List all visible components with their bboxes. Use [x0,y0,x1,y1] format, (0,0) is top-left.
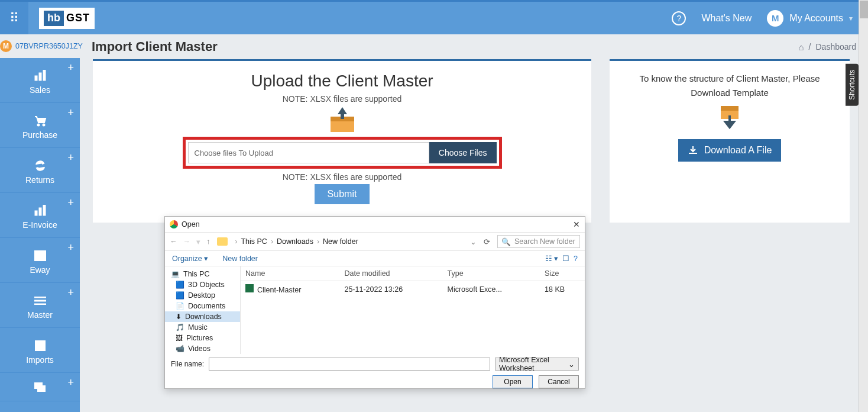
org-id-chip[interactable]: M 07BVRPR3650J1ZY [0,40,83,52]
tree-label: Music [188,323,208,331]
plus-icon[interactable]: + [67,287,74,299]
scrollbar-thumb[interactable] [860,1,868,18]
tree-icon: 🟦 [176,291,184,300]
crumb-0[interactable]: This PC [241,237,267,246]
tree-node[interactable]: 💻This PC [165,269,240,279]
file-row[interactable]: Client-Master25-11-2022 13:26Microsoft E… [241,281,585,298]
crumb-1[interactable]: Downloads [277,237,313,246]
tree-icon: 📹 [176,345,184,353]
svg-rect-0 [35,76,37,81]
sidebar-item-label: Eway [30,265,50,275]
file-type-value: Microsoft Excel Worksheet [499,356,568,372]
tree-node[interactable]: 📹Videos [165,343,240,354]
sidebar-item-purchase[interactable]: + Purchase [0,103,80,148]
column-header[interactable]: Name [241,266,339,281]
app-launcher-button[interactable]: ⠿ [0,2,28,34]
sidebar-item-returns[interactable]: + Returns [0,148,80,193]
file-upload-placeholder: Choose files To Upload [195,149,273,157]
page-title: Import Client Master [92,39,218,54]
tree-node[interactable]: ⬇Downloads [165,311,240,322]
svg-rect-5 [35,211,37,215]
whats-new-label: What's New [701,13,752,24]
dialog-search-input[interactable]: 🔍 Search New folder [497,235,580,248]
plus-icon[interactable]: + [67,242,74,254]
tree-label: 3D Objects [188,281,225,289]
tree-label: This PC [183,270,209,278]
tree-node[interactable]: 🎵Music [165,322,240,333]
vertical-scrollbar[interactable] [859,0,868,412]
sidebar-item-imports[interactable]: Imports [0,328,80,373]
svg-rect-2 [43,70,46,81]
grid-icon [34,246,46,265]
column-header[interactable]: Size [540,266,585,281]
cancel-button[interactable]: Cancel [539,375,579,388]
tree-icon: 🎵 [176,323,184,331]
home-icon[interactable]: ⌂ [799,42,804,52]
help-button[interactable]: ? [672,11,686,25]
svg-rect-12 [34,297,46,298]
plus-icon[interactable]: + [67,152,74,164]
column-header[interactable]: Type [443,266,540,281]
import-icon [34,336,46,355]
plus-icon[interactable]: + [67,62,74,74]
choose-files-label: Choose Files [439,148,487,157]
download-file-button[interactable]: Download A File [678,139,782,162]
plus-icon[interactable]: + [67,107,74,119]
sidebar-item-label: E-Invoice [22,220,57,230]
whats-new-link[interactable]: What's New [701,13,752,24]
column-header[interactable]: Date modified [339,266,442,281]
up-button[interactable]: ↑ [206,237,210,246]
back-button[interactable]: ← [170,237,177,246]
organize-menu[interactable]: Organize ▾ [172,254,208,263]
file-size: 18 KB [540,281,585,298]
forward-button[interactable]: → [183,237,191,246]
svg-rect-17 [38,386,45,391]
refresh-button[interactable]: ⟳ [484,237,490,246]
file-upload-input[interactable]: Choose files To Upload [188,142,429,163]
file-name-input[interactable] [209,358,490,371]
tree-label: Downloads [185,313,222,321]
upload-card: Upload the Client Master NOTE: XLSX file… [93,59,591,223]
menu-icon [34,291,46,310]
tree-label: Pictures [186,334,213,342]
close-button[interactable]: ✕ [573,220,580,229]
file-type-select[interactable]: Microsoft Excel Worksheet⌄ [495,358,579,371]
tree-node[interactable]: 📄Documents [165,301,240,311]
choose-files-button[interactable]: Choose Files [429,142,497,163]
bar-chart-icon [34,66,47,85]
svg-rect-1 [39,73,41,81]
sidebar-item-eway[interactable]: + Eway [0,238,80,283]
address-bar[interactable]: › This PC › Downloads › New folder [235,237,358,246]
file-type: Microsoft Exce... [443,281,540,298]
tree-icon: 🟦 [176,281,184,289]
tree-node[interactable]: 🟦Desktop [165,290,240,301]
highlighted-upload-row: Choose files To Upload Choose Files [183,137,502,169]
view-options-button[interactable]: ☷ ▾ ☐ ? [545,254,578,263]
breadcrumb-item[interactable]: Dashboard [816,42,857,52]
tree-node[interactable]: 🟦3D Objects [165,279,240,290]
recent-button[interactable]: ▾ [196,237,200,246]
address-dropdown[interactable]: ⌄ [470,237,477,246]
file-name: Client-Master [257,286,301,294]
sidebar-item-master[interactable]: + Master [0,283,80,328]
download-box-icon [620,106,839,136]
upload-note-top: NOTE: XLSX files are supported [99,94,585,104]
tree-icon: 💻 [171,270,180,278]
open-button[interactable]: Open [493,375,533,388]
svg-rect-7 [43,205,46,215]
account-menu[interactable]: M My Accounts ▾ [767,10,853,27]
crumb-2[interactable]: New folder [323,237,358,246]
plus-icon[interactable]: + [67,197,74,209]
sync-icon [34,156,47,175]
shortcuts-tab[interactable]: Shortcuts [846,64,859,106]
plus-icon[interactable]: + [67,376,74,389]
new-folder-button[interactable]: New folder [222,255,258,263]
sidebar-item-more[interactable]: + [0,373,80,401]
sidebar-item-sales[interactable]: + Sales [0,58,80,103]
submit-button[interactable]: Submit [315,184,370,204]
sidebar-item-label: Purchase [22,130,57,140]
sidebar-item-einvoice[interactable]: + E-Invoice [0,193,80,238]
app-logo: hb GST [39,8,95,29]
help-icon: ? [672,11,686,25]
tree-node[interactable]: 🖼Pictures [165,333,240,343]
